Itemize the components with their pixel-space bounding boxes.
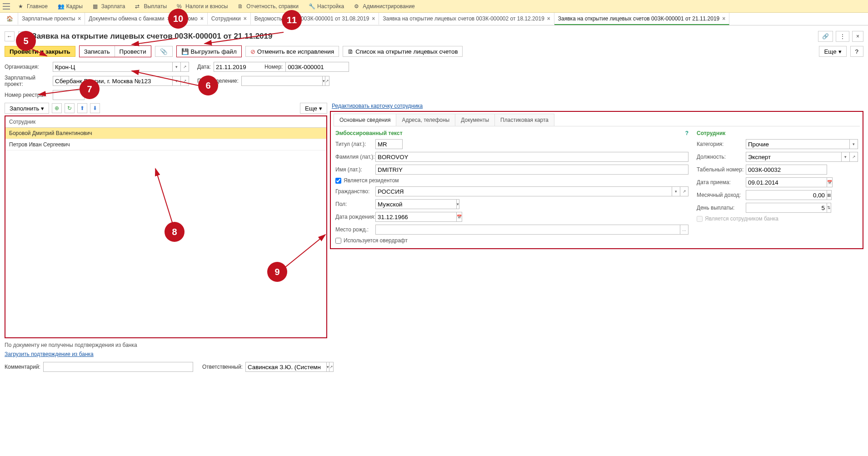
payday-input[interactable] (746, 203, 827, 213)
export-button[interactable]: 💾Выгрузить файл (177, 46, 241, 57)
cancel-fixes-button[interactable]: ⊘Отменить все исправления (245, 46, 339, 57)
citizenship-open[interactable]: ↗ (680, 186, 688, 196)
menu-zarplata[interactable]: ▦Зарплата (88, 1, 130, 11)
menu-reports[interactable]: 🗎Отчетность, справки (233, 1, 303, 11)
org-input[interactable] (53, 62, 173, 72)
title-input[interactable] (375, 139, 403, 149)
up-button[interactable]: ⬆ (77, 103, 87, 113)
hamburger-icon[interactable] (3, 3, 10, 10)
gear-icon: ⚙ (354, 3, 360, 10)
position-input[interactable] (746, 152, 842, 162)
save-close-button[interactable]: Провести и закрыть (5, 46, 75, 57)
rtab-main[interactable]: Основные сведения (334, 114, 396, 126)
citizenship-input[interactable] (375, 186, 672, 196)
category-input[interactable] (746, 139, 850, 149)
post-button[interactable]: Провести (115, 46, 151, 57)
position-open[interactable]: ↗ (850, 152, 858, 162)
close-icon[interactable]: × (244, 15, 247, 22)
write-button[interactable]: Записать (80, 46, 115, 57)
tab-5[interactable]: Ведомость в банк 00ЗК-000001 от 31.08.20… (251, 13, 379, 25)
org-open[interactable]: ↗ (181, 62, 189, 72)
close-icon[interactable]: × (167, 15, 170, 22)
rtab-docs[interactable]: Документы (455, 114, 495, 126)
close-icon[interactable]: × (78, 15, 81, 22)
menu-vyplaty[interactable]: ⇄Выплаты (130, 1, 171, 11)
division-input[interactable] (241, 76, 323, 86)
project-open[interactable]: ↗ (181, 76, 189, 86)
kebab-button[interactable]: ⋮ (836, 31, 849, 42)
left-more-button[interactable]: Еще ▾ (300, 103, 327, 114)
lastname-input[interactable] (375, 152, 688, 162)
firstname-input[interactable] (375, 165, 688, 175)
menu-settings[interactable]: 🔧Настройка (304, 1, 349, 11)
help-button[interactable]: ? (850, 46, 863, 57)
close-icon[interactable]: × (200, 15, 204, 22)
registry-input[interactable] (53, 90, 85, 100)
birthplace-input[interactable] (375, 225, 680, 235)
close-icon[interactable]: × (547, 15, 550, 22)
menu-admin[interactable]: ⚙Администрирование (349, 1, 419, 11)
income-label: Месячный доход: (697, 192, 746, 198)
birthplace-open[interactable]: … (680, 225, 688, 235)
link-button[interactable]: 🔗 (818, 31, 833, 42)
project-input[interactable] (53, 76, 173, 86)
close-icon[interactable]: × (722, 15, 725, 22)
rtab-addr[interactable]: Адреса, телефоны (396, 114, 455, 126)
tab-2[interactable]: Документы обмена с банками× (85, 13, 174, 25)
responsible-input[interactable] (245, 362, 327, 372)
org-dropdown[interactable]: ▾ (173, 62, 181, 72)
attach-button[interactable]: 📎 (155, 46, 173, 57)
hiredate-input[interactable] (746, 177, 827, 187)
rtab-card[interactable]: Пластиковая карта (494, 114, 554, 126)
down-button[interactable]: ⬇ (90, 103, 100, 113)
tab-home[interactable]: 🏠 (2, 13, 18, 25)
refresh-button[interactable]: ↻ (65, 103, 75, 113)
menu-main[interactable]: ★Главное (14, 1, 52, 11)
menu-kadry[interactable]: 👥Кадры (53, 1, 87, 11)
more-button[interactable]: Еще ▾ (819, 46, 846, 57)
division-open[interactable]: ↗ (325, 76, 329, 86)
stepper-icon[interactable]: ⇅ (827, 203, 831, 213)
overdraft-label: Используется овердрафт (344, 237, 408, 244)
back-button[interactable]: ← (5, 31, 15, 41)
comment-input[interactable] (43, 362, 193, 372)
report-icon: 🗎 (238, 3, 244, 10)
citizenship-dropdown[interactable]: ▾ (672, 186, 680, 196)
forward-button[interactable]: → (18, 31, 28, 41)
help-icon[interactable]: ? (685, 130, 688, 136)
cancel-icon: ⊘ (250, 48, 255, 55)
fill-button[interactable]: Заполнить ▾ (5, 103, 49, 114)
table-row[interactable]: Боровой Дмитрий Валентинович (5, 128, 326, 139)
tab-4[interactable]: Сотрудники× (208, 13, 251, 25)
tab-1[interactable]: Зарплатные проекты× (18, 13, 85, 25)
calc-icon[interactable]: ▦ (827, 190, 832, 200)
load-confirm-link[interactable]: Загрузить подтверждение из банка (5, 351, 94, 357)
edit-card-link[interactable]: Редактировать карточку сотрудника (332, 103, 423, 109)
num-input[interactable] (285, 62, 349, 72)
sex-dropdown[interactable]: ▾ (457, 199, 459, 209)
birthdate-input[interactable] (375, 212, 457, 222)
responsible-open[interactable]: ↗ (329, 362, 334, 372)
menu-nalogi[interactable]: %Налоги и взносы (172, 1, 232, 11)
income-input[interactable] (746, 190, 827, 200)
resident-checkbox[interactable] (335, 178, 341, 184)
close-icon[interactable]: × (372, 15, 375, 22)
project-dropdown[interactable]: ▾ (173, 76, 181, 86)
position-dropdown[interactable]: ▾ (842, 152, 850, 162)
document-content: ← → Заявка на открытие лицевых счетов 00… (0, 25, 868, 376)
tabnum-label: Табельный номер: (697, 166, 746, 173)
sex-input[interactable] (375, 199, 457, 209)
calendar-icon[interactable]: 📅 (827, 177, 833, 187)
table-row[interactable]: Петров Иван Сергеевич (5, 139, 326, 150)
overdraft-checkbox[interactable] (335, 238, 341, 244)
add-button[interactable]: ⊕ (52, 103, 62, 113)
close-button[interactable]: × (852, 31, 863, 42)
category-dropdown[interactable]: ▾ (850, 139, 858, 149)
calendar-icon[interactable]: 📅 (457, 212, 462, 222)
account-list-button[interactable]: 🗎Список на открытие лицевых счетов (343, 46, 463, 57)
tab-6[interactable]: Заявка на открытие лицевых счетов 00ЗК-0… (379, 13, 554, 25)
tabnum-input[interactable] (746, 165, 827, 175)
registry-label: Номер реестра: (5, 92, 50, 98)
tab-7-active[interactable]: Заявка на открытие лицевых счетов 00ЗК-0… (554, 13, 729, 25)
tab-3[interactable]: Ведомо× (175, 13, 208, 25)
